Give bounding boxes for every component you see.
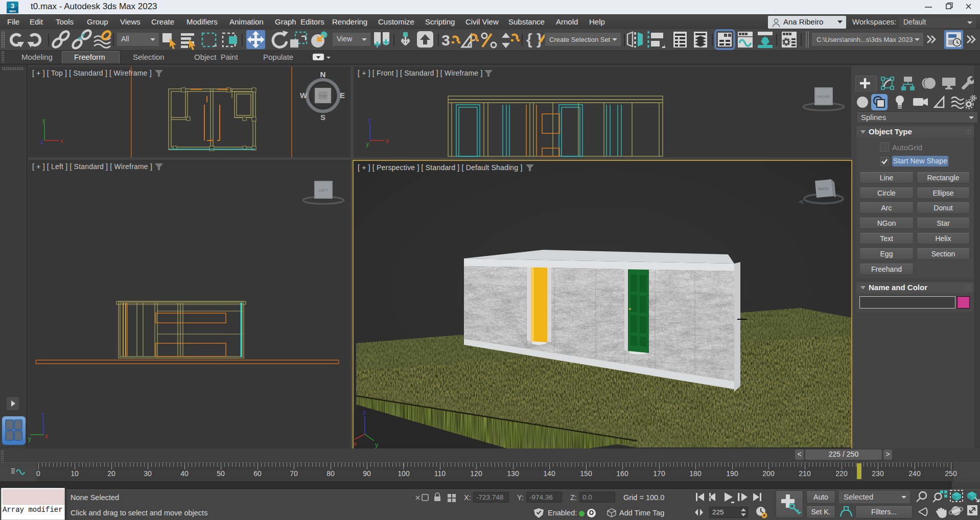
svg-text:z: z (40, 138, 43, 146)
svg-text:S: S (320, 113, 325, 122)
svg-text:x: x (45, 433, 48, 440)
svg-text:{: { (526, 31, 532, 48)
svg-text:3: 3 (441, 32, 450, 49)
svg-text:FRONT: FRONT (817, 94, 830, 99)
svg-text:TOP: TOP (319, 94, 327, 99)
svg-text:LEFT: LEFT (319, 188, 329, 193)
svg-text:3: 3 (11, 2, 14, 10)
svg-text:x: x (354, 440, 357, 447)
svg-text:y: y (28, 435, 31, 442)
svg-text:y: y (375, 441, 378, 448)
svg-text:x: x (386, 137, 389, 145)
svg-text:F: F (837, 187, 839, 192)
svg-text:W: W (300, 91, 308, 100)
svg-text:BACK: BACK (819, 186, 829, 191)
svg-text:z: z (363, 409, 366, 416)
svg-text:x: x (60, 137, 63, 145)
svg-text:MAX: MAX (9, 10, 16, 13)
svg-text:E: E (340, 91, 345, 100)
svg-text:y: y (366, 140, 369, 148)
svg-text:N: N (320, 70, 326, 79)
svg-text:y: y (42, 117, 45, 124)
svg-text:z: z (368, 117, 371, 124)
svg-text:z: z (41, 411, 44, 418)
